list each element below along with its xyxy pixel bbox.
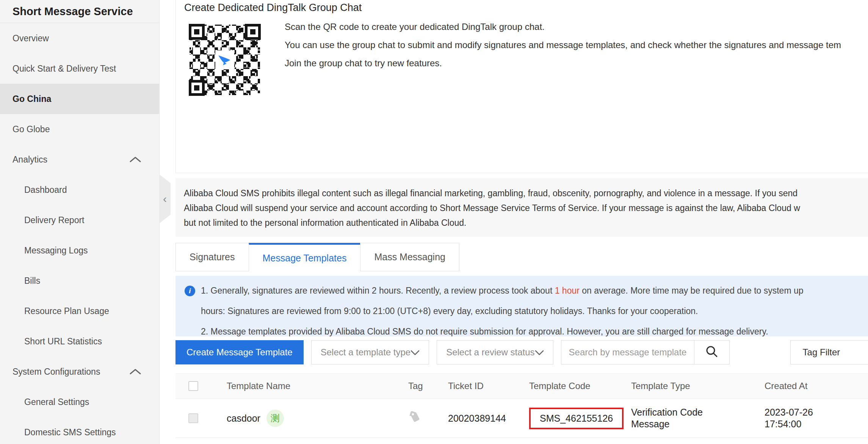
dingtalk-card: Create Dedicated DingTalk Group Chat Sca… [175,0,868,173]
sidebar-item-go-globe[interactable]: Go Globe [0,114,159,144]
notice-line-3: but not limited to the personal informat… [184,216,868,230]
dingtalk-line-1: Scan the QR code to create your dedicate… [285,18,841,36]
col-header-created-at: Created At [765,381,868,391]
created-date: 2023-07-26 [765,406,868,418]
col-header-ticket-id: Ticket ID [448,381,529,391]
tag-cell [408,411,448,426]
info-icon: i [185,286,195,296]
chevron-down-icon [410,347,420,358]
template-type-select[interactable]: Select a template type [311,340,429,364]
template-type-cell: Verification Code Message [631,406,765,430]
col-header-template-name: Template Name [227,381,408,391]
tab-signatures[interactable]: Signatures [175,243,249,271]
table-row: casdoor 测 20020389144 SMS_462155126 Veri… [175,399,868,438]
dingtalk-qr-code [189,24,261,96]
sidebar-item-overview[interactable]: Overview [0,23,159,53]
qr-finder-topleft [189,24,205,40]
dingtalk-description: Scan the QR code to create your dedicate… [285,18,841,72]
search-icon [705,345,718,360]
tag-icon [408,415,421,425]
sidebar-title: Short Message Service [0,0,159,23]
qr-finder-topright [245,24,261,40]
sidebar-item-go-china[interactable]: Go China [0,84,159,114]
sidebar-item-short-url-statistics[interactable]: Short URL Statistics [0,326,159,356]
chevron-up-icon [130,367,141,377]
compliance-notice: Alibaba Cloud SMS prohibits illegal cont… [175,178,868,237]
test-badge: 测 [266,410,284,427]
sidebar-item-quick-start[interactable]: Quick Start & Delivery Test [0,53,159,84]
sidebar-item-general-settings[interactable]: General Settings [0,387,159,417]
sidebar-item-messaging-logs[interactable]: Messaging Logs [0,235,159,266]
review-status-select[interactable]: Select a review status [437,340,553,364]
info-line-2: hours: Signatures are reviewed from 9:00… [201,301,868,321]
tag-filter-button[interactable]: Tag Filter [790,340,868,364]
chevron-up-icon [130,155,141,165]
template-toolbar: Create Message Template Select a templat… [175,340,868,364]
template-code-annotation-box: SMS_462155126 [529,408,624,429]
chevron-down-icon [535,347,544,358]
search-button[interactable] [694,341,729,364]
template-search [561,340,730,364]
search-input[interactable] [561,341,694,364]
sidebar-collapse-handle[interactable]: ‹ [159,174,171,224]
content-tabs: Signatures Message Templates Mass Messag… [175,243,459,271]
template-code: SMS_462155126 [540,413,613,424]
dingtalk-line-2: You can use the group chat to submit and… [285,36,841,54]
review-info-text: 1. Generally, signatures are reviewed wi… [201,276,868,342]
chevron-left-icon: ‹ [163,192,167,205]
notice-line-1: Alibaba Cloud SMS prohibits illegal cont… [184,186,868,201]
sidebar-item-dashboard[interactable]: Dashboard [0,175,159,205]
template-name-cell: casdoor 测 [227,410,408,427]
qr-finder-bottomleft [189,80,205,96]
review-info-banner: i 1. Generally, signatures are reviewed … [175,276,868,336]
sidebar-item-analytics[interactable]: Analytics [0,144,159,175]
sidebar-item-domestic-sms-settings[interactable]: Domestic SMS Settings [0,417,159,444]
template-name: casdoor [227,413,260,424]
col-header-template-code: Template Code [529,381,631,391]
tab-mass-messaging[interactable]: Mass Messaging [360,243,459,271]
row-checkbox[interactable] [188,413,198,423]
template-code-cell: SMS_462155126 [529,408,631,429]
sidebar-item-resource-plan-usage[interactable]: Resource Plan Usage [0,296,159,326]
info-line-3: 2. Message templates provided by Alibaba… [201,321,868,342]
select-all-checkbox[interactable] [188,381,198,391]
created-at-cell: 2023-07-26 17:54:00 [765,406,868,430]
col-header-tag: Tag [408,381,448,391]
sidebar-item-bills[interactable]: Bills [0,266,159,296]
table-header-row: Template Name Tag Ticket ID Template Cod… [175,373,868,399]
dingtalk-line-3: Join the group chat to try new features. [285,54,841,72]
created-time: 17:54:00 [765,418,868,430]
ticket-id-cell: 20020389144 [448,413,529,424]
notice-line-2: Alibaba Cloud will suspend your service … [184,201,868,216]
info-line-1: 1. Generally, signatures are reviewed wi… [201,280,868,301]
sidebar: Short Message Service Overview Quick Sta… [0,0,160,444]
review-time-highlight: 1 hour [555,286,580,295]
dingtalk-card-title: Create Dedicated DingTalk Group Chat [184,2,362,14]
tab-message-templates[interactable]: Message Templates [249,243,361,271]
sms-console-screen: Short Message Service Overview Quick Sta… [0,0,868,444]
dingtalk-wing-icon [215,50,234,69]
col-header-template-type: Template Type [631,381,765,391]
sidebar-item-system-configurations[interactable]: System Configurations [0,356,159,387]
sidebar-menu: Overview Quick Start & Delivery Test Go … [0,23,159,444]
message-templates-table: Template Name Tag Ticket ID Template Cod… [175,373,868,438]
sidebar-item-delivery-report[interactable]: Delivery Report [0,205,159,235]
create-message-template-button[interactable]: Create Message Template [175,340,304,364]
